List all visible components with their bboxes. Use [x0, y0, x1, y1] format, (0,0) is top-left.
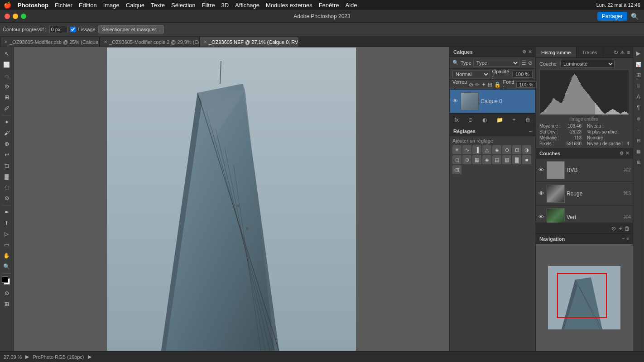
zoom-tool[interactable]: 🔍 — [2, 262, 12, 272]
histogram-menu-icon[interactable]: ≡ — [627, 49, 630, 56]
tab-2[interactable]: ✕ _OZ93605.NEF @ 27,1% (Calque 0, RVB/16… — [199, 37, 299, 47]
panel-icon-1[interactable]: ▶ — [634, 49, 643, 58]
select-mask-button[interactable]: Sélectionner et masquer... — [98, 25, 164, 33]
text-tool[interactable]: T — [2, 218, 12, 228]
rgl-gradient-icon[interactable]: ▓ — [512, 155, 521, 164]
tab-close-1[interactable]: ✕ — [104, 39, 107, 44]
calques-settings-icon[interactable]: ⚙ — [522, 49, 526, 54]
rgl-threshold-icon[interactable]: ▧ — [502, 155, 511, 164]
menu-calque[interactable]: Calque — [126, 2, 144, 9]
fill-input[interactable] — [516, 81, 537, 88]
rgl-colorbalance-icon[interactable]: ⊞ — [512, 145, 521, 154]
eyedropper-tool[interactable]: 🖊 — [2, 103, 12, 113]
lock-position-icon[interactable]: ✦ — [481, 81, 486, 88]
menu-aide[interactable]: Aide — [345, 2, 357, 9]
partager-button[interactable]: Partager — [597, 12, 627, 21]
histogram-couche-select[interactable]: Luminosité — [560, 60, 615, 68]
lock-image-icon[interactable]: ✏ — [475, 81, 480, 88]
maximize-button[interactable] — [21, 14, 26, 19]
hand-tool[interactable]: ✋ — [2, 251, 12, 261]
contour-input[interactable] — [49, 26, 67, 33]
menu-affichage[interactable]: Affichage — [235, 2, 260, 9]
rgl-exposure-icon[interactable]: △ — [482, 145, 491, 154]
channel-vis-rvb[interactable]: 👁 — [538, 167, 545, 174]
rgl-pattern-icon[interactable]: ⊞ — [452, 165, 461, 174]
rgl-posterize-icon[interactable]: ▤ — [492, 155, 501, 164]
rgl-channelmixer-icon[interactable]: ⊕ — [462, 155, 471, 164]
shape-tool[interactable]: ▭ — [2, 240, 12, 250]
move-tool[interactable]: ↖ — [2, 49, 12, 59]
apple-menu[interactable]: 🍎 — [4, 1, 11, 9]
panel-icon-5[interactable]: A — [634, 92, 643, 101]
rgl-photofilter-icon[interactable]: ◻ — [452, 155, 461, 164]
rgl-brightness-icon[interactable]: ☀ — [452, 145, 461, 154]
layer-filter-icon-2[interactable]: ⊘ — [528, 60, 533, 66]
menu-edition[interactable]: Edition — [79, 2, 97, 9]
layer-row-calque0[interactable]: 👁 Calque 0 — [450, 90, 535, 113]
layer-type-select[interactable]: Type — [473, 59, 519, 67]
layer-new-fill-icon[interactable]: ◐ — [482, 117, 487, 123]
clone-tool[interactable]: ⊕ — [2, 139, 12, 149]
close-button[interactable] — [5, 14, 10, 19]
panel-icon-10[interactable]: ▦ — [634, 147, 643, 156]
rgl-curve-icon[interactable]: ∿ — [462, 145, 471, 154]
layer-vis-calque0[interactable]: 👁 — [452, 98, 459, 105]
color-swatches[interactable] — [2, 276, 12, 286]
channel-vis-rouge[interactable]: 👁 — [538, 190, 545, 197]
rgl-solidcolor-icon[interactable]: ■ — [522, 155, 531, 164]
layer-delete-icon[interactable]: 🗑 — [525, 117, 531, 123]
menu-modules[interactable]: Modules externes — [266, 2, 312, 9]
couches-close-icon[interactable]: ✕ — [625, 151, 629, 156]
tab-histogramme[interactable]: Histogramme — [536, 47, 577, 57]
menu-photoshop[interactable]: Photoshop — [18, 2, 48, 9]
rgl-hsl-icon[interactable]: ⊙ — [502, 145, 511, 154]
rgl-colorlookup-icon[interactable]: ▦ — [472, 155, 481, 164]
menu-filtre[interactable]: Filtre — [202, 2, 215, 9]
rgl-bw-icon[interactable]: ◑ — [522, 145, 531, 154]
menu-texte[interactable]: Texte — [151, 2, 165, 9]
channel-row-rouge[interactable]: 👁 Rouge ⌘3 — [536, 182, 633, 205]
rgl-levels-icon[interactable]: ▐ — [472, 145, 481, 154]
dodge-tool[interactable]: ⊙ — [2, 193, 12, 203]
eraser-tool[interactable]: ◻ — [2, 161, 12, 171]
healing-tool[interactable]: ✦ — [2, 117, 12, 127]
tab-traces[interactable]: Tracés — [577, 47, 603, 57]
menu-image[interactable]: Image — [103, 2, 120, 9]
lasso-tool[interactable]: ⌓ — [2, 71, 12, 81]
crop-tool[interactable]: ⊞ — [2, 92, 12, 102]
panel-icon-histogram[interactable]: 📊 — [634, 60, 643, 69]
channel-delete-icon[interactable]: 🗑 — [625, 225, 630, 232]
opacity-input[interactable] — [512, 71, 533, 78]
navigation-settings-icon[interactable]: ≡ — [626, 236, 629, 241]
path-select-tool[interactable]: ▷ — [2, 229, 12, 239]
menu-fenetre[interactable]: Fenêtre — [319, 2, 339, 9]
histogram-warning-icon[interactable]: ⚠ — [620, 49, 625, 56]
quick-mask-tool[interactable]: ⊙ — [2, 288, 12, 298]
layer-fx-icon[interactable]: fx — [454, 117, 458, 123]
brush-tool[interactable]: 🖌 — [2, 128, 12, 138]
panel-icon-7[interactable]: ⊕ — [634, 114, 643, 123]
panel-icon-4[interactable]: ≡ — [634, 81, 643, 90]
minimize-button[interactable] — [13, 14, 18, 19]
channel-row-vert[interactable]: 👁 Vert ⌘4 — [536, 205, 633, 223]
channel-dotted-icon[interactable]: ⊙ — [611, 225, 616, 232]
gradient-tool[interactable]: ▓ — [2, 171, 12, 181]
lock-all-icon[interactable]: 🔒 — [494, 81, 501, 88]
layer-group-icon[interactable]: 📁 — [496, 117, 503, 123]
calques-close-icon[interactable]: ✕ — [528, 49, 532, 54]
tab-0[interactable]: ✕ _OZ93605-Modifier.psb @ 25% (Calque 0,… — [0, 37, 100, 47]
rect-select-tool[interactable]: ⬜ — [2, 60, 12, 70]
search-icon[interactable]: 🔍 — [631, 13, 639, 20]
tab-close-0[interactable]: ✕ — [4, 39, 8, 44]
histogram-refresh-icon[interactable]: ↻ — [614, 49, 618, 56]
panel-icon-grid[interactable]: ⊞ — [634, 71, 643, 80]
lock-transparent-icon[interactable]: ⊘ — [469, 81, 473, 88]
lock-artboard-icon[interactable]: ⊞ — [488, 81, 492, 88]
canvas-area[interactable] — [14, 47, 449, 351]
layer-filter-icon-1[interactable]: ☰ — [521, 60, 526, 66]
panel-icon-11[interactable]: ⊞ — [634, 157, 643, 167]
tab-1[interactable]: ✕ _OZ93605-Modifier copie 2 @ 29,9% (Cal… — [100, 37, 199, 47]
tab-close-2[interactable]: ✕ — [203, 39, 207, 44]
pen-tool[interactable]: ✒ — [2, 207, 12, 217]
menu-selection[interactable]: Sélection — [171, 2, 195, 9]
